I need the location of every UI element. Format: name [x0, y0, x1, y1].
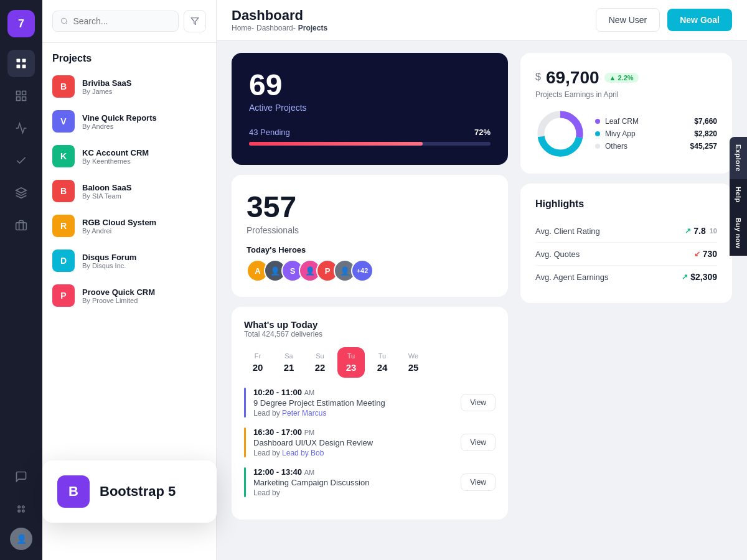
dashboard-body: 69 Active Projects 43 Pending 72% 357 Pr… — [217, 40, 747, 560]
project-icon: K — [52, 145, 75, 167]
calendar-day[interactable]: We 25 — [400, 347, 427, 378]
search-input[interactable] — [73, 16, 171, 26]
earnings-card: $ 69,700 ▲ 2.2% Projects Earnings in Apr… — [520, 53, 732, 174]
nav-message[interactable] — [7, 463, 35, 490]
event-time: 12:00 - 13:40 AM — [253, 467, 453, 477]
view-button[interactable]: View — [461, 474, 496, 491]
svg-rect-6 — [17, 97, 21, 101]
active-projects-card: 69 Active Projects 43 Pending 72% — [232, 53, 508, 165]
project-name: Briviba SaaS — [82, 78, 132, 88]
right-tab[interactable]: Explore — [730, 137, 747, 179]
event-content: 16:30 - 17:00 PM Dashboard UI/UX Design … — [253, 427, 453, 457]
project-icon: D — [52, 250, 75, 272]
project-item[interactable]: R RGB Cloud System By Andrei — [47, 208, 211, 243]
earnings-sub: Projects Earnings in April — [535, 90, 717, 99]
main-content: Dashboard Home- Dashboard- Projects New … — [217, 0, 747, 560]
event-time: 10:20 - 11:00 AM — [253, 388, 453, 397]
project-item[interactable]: D Disqus Forum By Disqus Inc. — [47, 243, 211, 278]
legend-label: Leaf CRM — [605, 117, 689, 126]
svg-rect-3 — [22, 65, 26, 68]
project-name: Baloon SaaS — [82, 183, 131, 192]
event-time: 16:30 - 17:00 PM — [253, 427, 453, 437]
new-goal-button[interactable]: New Goal — [667, 9, 732, 31]
legend-item: Others $45,257 — [595, 142, 717, 151]
earnings-dollar: $ — [535, 72, 541, 83]
project-icon: B — [52, 75, 75, 98]
svg-marker-16 — [191, 18, 199, 25]
event-lead: Lead by — [253, 488, 453, 497]
legend-item: Leaf CRM $7,660 — [595, 117, 717, 126]
highlights-rows: Avg. Client Rating ↗ 7.8 10 Avg. Quotes … — [535, 220, 717, 288]
nav-chart[interactable] — [7, 114, 35, 142]
project-name: KC Account CRM — [82, 148, 149, 157]
active-projects-footer: 43 Pending 72% — [249, 128, 491, 146]
svg-rect-0 — [17, 59, 21, 63]
event-lead-link[interactable]: Lead by Bob — [282, 449, 324, 457]
view-button[interactable]: View — [461, 394, 496, 411]
project-info: Vine Quick Reports By Andres — [82, 113, 157, 130]
nav-briefcase[interactable] — [7, 212, 35, 239]
user-avatar[interactable]: 👤 — [10, 528, 32, 550]
project-item[interactable]: B Baloon SaaS By SIA Team — [47, 174, 211, 208]
nav-layers[interactable] — [7, 179, 35, 207]
professionals-label: Professionals — [247, 225, 493, 235]
event-lead-link[interactable]: Peter Marcus — [282, 409, 326, 418]
calendar-day[interactable]: Su 22 — [306, 347, 334, 378]
side-column: $ 69,700 ▲ 2.2% Projects Earnings in Apr… — [520, 53, 732, 548]
project-item[interactable]: V Vine Quick Reports By Andres — [47, 104, 211, 139]
calendar-day[interactable]: Sa 21 — [275, 347, 303, 378]
sidebar: Projects B Briviba SaaS By James V Vine … — [42, 0, 217, 560]
svg-rect-2 — [17, 65, 21, 68]
day-num: 24 — [377, 362, 388, 373]
nav-dashboard[interactable] — [7, 50, 35, 77]
event-action: View — [461, 467, 496, 497]
event-lead: Lead by Peter Marcus — [253, 409, 453, 418]
event-ampm: PM — [304, 429, 315, 436]
calendar-day[interactable]: Tu 23 — [337, 347, 365, 378]
project-item[interactable]: K KC Account CRM By Keenthemes — [47, 139, 211, 174]
nav-check[interactable] — [7, 147, 35, 174]
svg-rect-4 — [17, 91, 21, 95]
breadcrumb-home[interactable]: Home- — [232, 24, 254, 32]
legend-label: Others — [605, 142, 685, 151]
project-item[interactable]: P Proove Quick CRM By Proove Limited — [47, 278, 211, 313]
header-left: Dashboard Home- Dashboard- Projects — [232, 7, 327, 32]
trend-icon: ↗ — [685, 226, 691, 235]
highlight-num: 7.8 — [693, 226, 705, 236]
avatar-stack: A👤S👤P👤+42 — [247, 259, 493, 282]
day-name: Tu — [378, 352, 386, 360]
breadcrumb-current: Projects — [298, 24, 327, 32]
right-tab[interactable]: Buy now — [730, 210, 747, 256]
view-button[interactable]: View — [461, 434, 496, 451]
earnings-chart: Leaf CRM $7,660 Mivy App $2,820 Others $… — [535, 109, 717, 159]
pending-label: 43 Pending — [249, 128, 290, 137]
search-wrap[interactable] — [52, 11, 179, 32]
pending-pct: 72% — [474, 128, 491, 137]
breadcrumb-dashboard[interactable]: Dashboard- — [256, 24, 296, 32]
event-line — [244, 388, 246, 418]
highlight-row: Avg. Agent Earnings ↗ $2,309 — [535, 266, 717, 288]
calendar-day[interactable]: Fr 20 — [244, 347, 271, 378]
app-avatar[interactable]: 7 — [7, 10, 35, 37]
nav-grid[interactable] — [7, 82, 35, 110]
highlight-num: $2,309 — [690, 272, 717, 282]
project-icon: R — [52, 215, 75, 237]
more-avatars: +42 — [351, 259, 374, 282]
donut-svg — [535, 109, 585, 159]
nav-apps[interactable] — [7, 495, 35, 523]
svg-point-13 — [22, 510, 24, 512]
project-by: By Andrei — [82, 227, 156, 235]
new-user-button[interactable]: New User — [596, 8, 660, 32]
earnings-top: $ 69,700 ▲ 2.2% — [535, 68, 717, 88]
right-tab[interactable]: Help — [730, 179, 747, 210]
header: Dashboard Home- Dashboard- Projects New … — [217, 0, 747, 40]
professionals-left: 357 Professionals Today's Heroes A👤S👤P👤+… — [247, 190, 493, 282]
project-item[interactable]: B Briviba SaaS By James — [47, 69, 211, 104]
project-info: KC Account CRM By Keenthemes — [82, 148, 149, 165]
calendar-day[interactable]: Tu 24 — [369, 347, 396, 378]
filter-button[interactable] — [184, 10, 206, 32]
legend-dot — [595, 131, 600, 136]
project-name: Disqus Forum — [82, 253, 136, 262]
day-name: We — [408, 352, 418, 360]
project-info: Disqus Forum By Disqus Inc. — [82, 253, 136, 269]
